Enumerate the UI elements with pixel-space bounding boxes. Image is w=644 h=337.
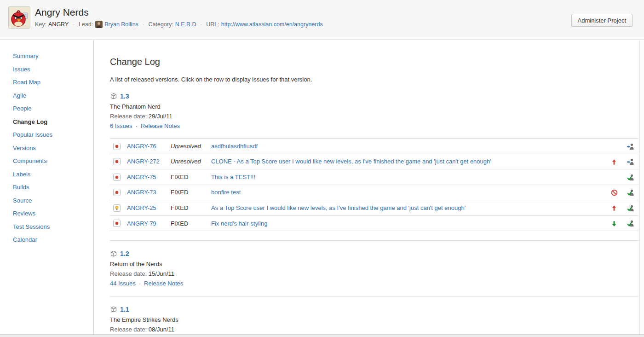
issue-status-cell: [621, 154, 639, 169]
sidebar-item-reviews[interactable]: Reviews: [0, 207, 93, 221]
sidebar-item-popular-issues[interactable]: Popular Issues: [0, 128, 93, 142]
priority-minor-icon: [611, 221, 617, 227]
category-link[interactable]: N.E.R.D: [175, 21, 196, 28]
version-package-icon: [110, 93, 117, 100]
key-value: ANGRY: [48, 21, 69, 28]
issue-resolution: FIXED: [167, 185, 208, 200]
issue-key-link[interactable]: ANGRY-73: [127, 189, 156, 196]
sidebar-item-issues[interactable]: Issues: [0, 63, 93, 76]
sidebar-item-builds[interactable]: Builds: [0, 181, 93, 194]
sidebar-item-components[interactable]: Components: [0, 155, 93, 168]
issue-priority-cell: [607, 215, 621, 231]
issue-key-link[interactable]: ANGRY-75: [127, 174, 156, 180]
version-link[interactable]: 1.1: [120, 306, 129, 313]
issue-type-cell: [110, 154, 124, 169]
status-open-icon: [627, 143, 634, 150]
footer-strip: [0, 334, 644, 337]
issue-status-cell: [621, 139, 639, 154]
links-separator: ·: [135, 122, 137, 129]
release-date-value: 08/Jun/11: [147, 326, 174, 333]
sidebar-item-summary[interactable]: Summary: [0, 50, 93, 63]
issue-summary-link[interactable]: bonfire test: [211, 189, 241, 196]
release-notes-link[interactable]: Release Notes: [144, 280, 183, 287]
issue-priority-cell: [607, 169, 621, 185]
project-header: Angry Nerds Key: ANGRY · Lead: Bryan Rol…: [0, 0, 644, 40]
angry-bird-avatar-icon: [9, 7, 30, 28]
issue-key-link[interactable]: ANGRY-76: [127, 143, 156, 150]
priority-major-icon: [611, 159, 617, 165]
issue-summary-link[interactable]: As a Top Score user I would like new lev…: [211, 204, 466, 211]
sidebar-item-agile[interactable]: Agile: [0, 89, 93, 103]
release-date: Release date: 08/Jun/11: [110, 326, 639, 333]
status-resolved-icon: [627, 204, 634, 212]
version-package-icon: [110, 250, 117, 257]
release-date-label: Release date:: [110, 326, 147, 333]
issue-key-cell: ANGRY-75: [124, 169, 167, 185]
issue-key-link[interactable]: ANGRY-79: [127, 220, 156, 227]
lead-link[interactable]: Bryan Rollins: [104, 21, 138, 28]
section-divider: [110, 240, 639, 241]
issue-row-ANGRY-73: ANGRY-73FIXEDbonfire test: [110, 185, 639, 200]
issue-status-cell: [621, 185, 639, 200]
issue-summary-link[interactable]: This is a TEST!!!: [211, 174, 255, 180]
issue-summary-link[interactable]: asdfhuiasdhfiusdf: [211, 143, 258, 150]
sidebar-item-labels[interactable]: Labels: [0, 168, 93, 181]
category-label: Category:: [149, 21, 173, 28]
sidebar-item-people[interactable]: People: [0, 102, 93, 116]
administer-project-button[interactable]: Administer Project: [571, 14, 632, 27]
meta-separator: ·: [73, 22, 75, 27]
sidebar-item-versions[interactable]: Versions: [0, 142, 93, 155]
intro-text: A list of released versions. Click on th…: [110, 76, 639, 83]
new-feature-icon: [113, 204, 121, 212]
status-resolved-icon: [627, 189, 634, 196]
vertical-scrollbar[interactable]: [639, 41, 644, 334]
issue-summary-cell: bonfire test: [208, 185, 607, 200]
issue-summary-link[interactable]: CLONE - As a Top Score user I would like…: [211, 158, 491, 165]
bug-icon: [113, 143, 121, 150]
release-date: Release date: 15/Jun/11: [110, 270, 639, 277]
version-header: 1.2: [110, 250, 639, 257]
sidebar-item-change-log[interactable]: Change Log: [0, 116, 93, 129]
release-notes-link[interactable]: Release Notes: [141, 122, 180, 129]
issue-type-cell: [110, 185, 124, 200]
priority-blocker-icon: [611, 189, 618, 196]
sidebar-item-source[interactable]: Source: [0, 194, 93, 208]
version-link[interactable]: 1.3: [120, 93, 129, 100]
version-name: The Phantom Nerd: [110, 103, 639, 110]
version-link[interactable]: 1.2: [120, 250, 129, 257]
issue-summary-link[interactable]: Fix nerd's hair-styling: [211, 220, 267, 227]
sidebar-nav: SummaryIssuesRoad MapAgilePeopleChange L…: [0, 40, 94, 334]
sidebar-item-test-sessions[interactable]: Test Sessions: [0, 221, 93, 234]
issue-row-ANGRY-25: ANGRY-25FIXEDAs a Top Score user I would…: [110, 200, 639, 216]
sidebar-item-road-map[interactable]: Road Map: [0, 76, 93, 89]
issue-key-cell: ANGRY-79: [124, 215, 167, 231]
meta-separator: ·: [143, 22, 144, 27]
issue-key-cell: ANGRY-272: [124, 154, 167, 169]
bug-icon: [113, 220, 121, 227]
issue-key-cell: ANGRY-73: [124, 185, 167, 200]
issue-resolution: FIXED: [167, 200, 208, 216]
issue-priority-cell: [607, 185, 621, 200]
issues-count-link[interactable]: 6 Issues: [110, 122, 132, 129]
issue-type-cell: [110, 200, 124, 216]
issue-type-cell: [110, 215, 124, 231]
issue-summary-cell: Fix nerd's hair-styling: [208, 215, 607, 231]
url-link[interactable]: http://www.atlassian.com/en/angrynerds: [221, 21, 323, 28]
status-resolved-icon: [627, 220, 634, 227]
main-content: Change Log A list of released versions. …: [94, 40, 644, 334]
lead-label: Lead:: [79, 21, 93, 28]
issue-priority-cell: [607, 200, 621, 216]
lead-avatar: [95, 21, 103, 28]
issue-priority-cell: [607, 139, 621, 154]
status-resolved-icon: [627, 174, 634, 181]
issue-key-link[interactable]: ANGRY-272: [127, 158, 160, 165]
bug-icon: [113, 174, 121, 181]
issues-count-link[interactable]: 44 Issues: [110, 280, 136, 287]
issue-summary-cell: As a Top Score user I would like new lev…: [208, 200, 607, 216]
version-links: 44 Issues·Release Notes: [110, 280, 639, 287]
issue-key-link[interactable]: ANGRY-25: [127, 204, 156, 211]
issue-key-cell: ANGRY-25: [124, 200, 167, 216]
sidebar-item-calendar[interactable]: Calendar: [0, 233, 93, 247]
version-name: Return of the Nerds: [110, 261, 639, 267]
issue-row-ANGRY-76: ANGRY-76Unresolvedasdfhuiasdhfiusdf: [110, 139, 639, 154]
